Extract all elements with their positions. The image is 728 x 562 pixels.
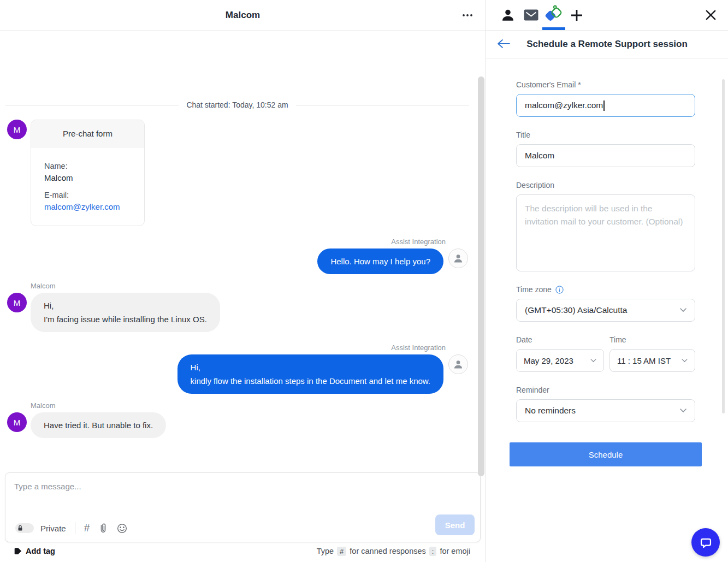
prechat-form-card: Pre-chat form Name: Malcom E-mail: malco… bbox=[31, 120, 145, 226]
tab-add-integration[interactable] bbox=[566, 0, 588, 30]
description-field[interactable]: The description will be used in the invi… bbox=[516, 194, 695, 271]
schedule-panel: Schedule a Remote Support session Custom… bbox=[486, 0, 728, 562]
more-options-icon[interactable] bbox=[461, 14, 474, 17]
hint-emoji: for emoji bbox=[440, 547, 470, 555]
integration-tabs bbox=[486, 0, 728, 31]
description-label: Description bbox=[516, 181, 695, 190]
chat-scrollbar[interactable] bbox=[478, 76, 484, 476]
chevron-down-icon bbox=[680, 409, 686, 413]
chevron-down-icon bbox=[590, 359, 596, 363]
message-group: Assist Integration Hello. How may I help… bbox=[0, 238, 486, 274]
sender-label: Assist Integration bbox=[0, 344, 446, 352]
close-icon bbox=[705, 9, 717, 21]
date-value: May 29, 2023 bbox=[524, 356, 573, 365]
message-line: Hi, bbox=[191, 360, 430, 374]
send-button[interactable]: Send bbox=[435, 514, 475, 535]
sender-label: Assist Integration bbox=[0, 238, 446, 246]
prechat-email-link[interactable]: malcom@zylker.com bbox=[44, 202, 131, 211]
prechat-email-label: E-mail: bbox=[44, 191, 131, 199]
app-window: Malcom Chat started: Today, 10:52 am M P… bbox=[0, 0, 728, 562]
back-button[interactable] bbox=[496, 37, 511, 50]
attachment-icon[interactable] bbox=[98, 523, 108, 534]
visitor-message-bubble: Hi, I'm facing issue while installing th… bbox=[31, 293, 220, 332]
chat-footer: Add tag Type # for canned responses : fo… bbox=[0, 542, 486, 562]
tab-mail[interactable] bbox=[520, 0, 542, 30]
reminder-value: No reminders bbox=[525, 406, 576, 416]
message-line: I'm facing issue while installing the Li… bbox=[44, 312, 207, 326]
time-select[interactable]: 11 : 15 AM IST bbox=[609, 349, 695, 372]
timezone-select[interactable]: (GMT+05:30) Asia/Calcutta bbox=[516, 299, 695, 322]
time-label: Time bbox=[609, 335, 695, 344]
plus-icon bbox=[570, 9, 583, 22]
customer-email-field[interactable]: malcom@zylker.com bbox=[516, 94, 695, 117]
panel-scrollbar[interactable] bbox=[722, 79, 725, 413]
title-label: Title bbox=[516, 131, 695, 139]
visitor-avatar: M bbox=[7, 293, 27, 312]
chat-message-area: Chat started: Today, 10:52 am M Pre-chat… bbox=[0, 31, 486, 472]
title-field[interactable] bbox=[516, 144, 695, 167]
emoji-icon[interactable] bbox=[117, 523, 127, 534]
agent-avatar-icon bbox=[448, 249, 468, 268]
visitor-message-bubble: Have tried it. But unable to fix. bbox=[31, 412, 166, 438]
chevron-down-icon bbox=[680, 308, 686, 312]
chat-started-text: Chat started: Today, 10:52 am bbox=[179, 100, 295, 109]
assist-logo-icon bbox=[544, 5, 564, 25]
prechat-form-title: Pre-chat form bbox=[31, 120, 144, 147]
divider-line bbox=[5, 105, 179, 105]
customer-email-value: malcom@zylker.com bbox=[525, 100, 603, 110]
hint-type: Type bbox=[317, 547, 334, 555]
visitor-avatar: M bbox=[7, 412, 27, 432]
schedule-button[interactable]: Schedule bbox=[510, 442, 702, 466]
time-value: 11 : 15 AM IST bbox=[617, 356, 671, 365]
message-composer: Type a message... Private # Send bbox=[5, 472, 481, 542]
toolbar-divider bbox=[75, 522, 75, 534]
message-group: Assist Integration Hi, kindly flow the i… bbox=[0, 344, 486, 394]
contact-icon bbox=[501, 8, 515, 22]
agent-message-bubble: Hello. How may I help you? bbox=[317, 249, 443, 274]
tag-icon bbox=[14, 547, 22, 555]
message-line: Hello. How may I help you? bbox=[330, 255, 430, 268]
timezone-value: (GMT+05:30) Asia/Calcutta bbox=[525, 305, 627, 315]
chevron-down-icon bbox=[682, 359, 688, 363]
canned-response-icon[interactable]: # bbox=[84, 522, 90, 534]
mail-icon bbox=[524, 9, 538, 21]
add-tag-label: Add tag bbox=[26, 547, 55, 555]
message-line: Hi, bbox=[44, 299, 207, 312]
reminder-select[interactable]: No reminders bbox=[516, 399, 695, 422]
schedule-header: Schedule a Remote Support session bbox=[486, 31, 728, 58]
prechat-name-label: Name: bbox=[44, 162, 131, 170]
back-arrow-icon bbox=[496, 37, 511, 50]
message-input[interactable]: Type a message... bbox=[5, 473, 480, 500]
agent-avatar-icon bbox=[448, 354, 468, 374]
info-icon[interactable] bbox=[555, 286, 564, 294]
prechat-name-value: Malcom bbox=[44, 173, 131, 182]
schedule-form: Customer's Email * malcom@zylker.com Tit… bbox=[486, 58, 728, 466]
customer-email-label: Customer's Email * bbox=[516, 80, 695, 89]
text-caret bbox=[603, 100, 605, 111]
chat-started-divider: Chat started: Today, 10:52 am bbox=[5, 100, 469, 109]
composer-hint: Type # for canned responses : for emoji bbox=[317, 547, 470, 556]
chat-bubble-icon bbox=[699, 535, 713, 550]
sender-label: Malcom bbox=[31, 282, 486, 290]
tab-contact[interactable] bbox=[497, 0, 519, 30]
agent-message-bubble: Hi, kindly flow the installation steps i… bbox=[177, 354, 443, 394]
hint-canned: for canned responses bbox=[350, 547, 425, 555]
date-select[interactable]: May 29, 2023 bbox=[516, 349, 604, 372]
reminder-label: Reminder bbox=[516, 386, 695, 394]
chat-widget-button[interactable] bbox=[691, 528, 720, 557]
message-group: Malcom M Hi, I'm facing issue while inst… bbox=[0, 282, 486, 332]
private-toggle[interactable] bbox=[15, 523, 34, 533]
date-label: Date bbox=[516, 335, 604, 344]
close-panel-button[interactable] bbox=[705, 9, 717, 21]
message-line: kindly flow the installation steps in th… bbox=[191, 374, 430, 388]
colon-key-badge: : bbox=[429, 547, 437, 556]
timezone-label: Time zone bbox=[516, 285, 552, 294]
chat-visitor-name: Malcom bbox=[226, 10, 260, 21]
hash-key-badge: # bbox=[337, 547, 346, 556]
chat-panel: Malcom Chat started: Today, 10:52 am M P… bbox=[0, 0, 486, 562]
message-line: Have tried it. But unable to fix. bbox=[44, 418, 153, 432]
tab-remote-assist[interactable] bbox=[543, 0, 565, 30]
visitor-avatar: M bbox=[7, 120, 27, 139]
add-tag-button[interactable]: Add tag bbox=[14, 547, 55, 555]
sender-label: Malcom bbox=[31, 401, 486, 410]
